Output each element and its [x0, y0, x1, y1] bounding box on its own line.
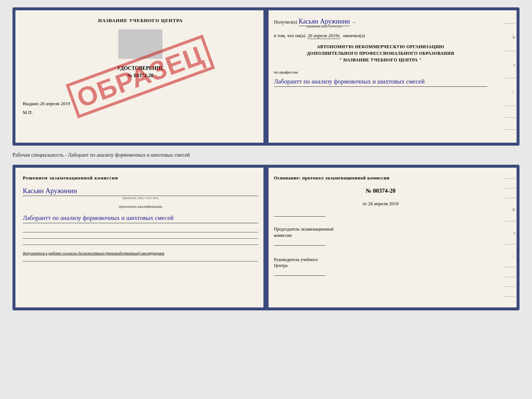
org-line1: АВТОНОМНУЮ НЕКОММЕРЧЕСКУЮ ОРГАНИЗАЦИЮ	[274, 43, 488, 50]
qnb-line-8	[505, 286, 515, 287]
vydano-label: Выдано	[23, 101, 39, 106]
vydano-date: 26 апреля 2019	[40, 101, 70, 106]
qual-qualification-name: Лаборантт по анализу формовочных и шихто…	[23, 213, 258, 223]
nb-arrow: ←	[511, 90, 515, 94]
prof-label: по профессии	[274, 70, 298, 74]
nb-line-2	[505, 51, 515, 51]
cert-gray-photo	[118, 29, 162, 59]
qual-sig-line-2	[274, 245, 326, 246]
qual-left-page: Решением экзаменационной комиссии Касьян…	[15, 168, 267, 307]
qnb-letter-i: И	[513, 208, 515, 212]
profession-name: Лаборантт по анализу формовочных и шихто…	[274, 76, 488, 87]
qnb-letter-a: а	[514, 231, 515, 235]
predsedatel-line1: Председатель экзаменационной	[274, 226, 488, 232]
nb-letter-i: И	[513, 35, 515, 39]
qnb-line-1	[505, 178, 515, 179]
qual-sig-line-1	[274, 216, 326, 217]
specialty-label: Рабочая специальность - Лаборант по анал…	[12, 150, 520, 160]
nb-line-1	[505, 23, 515, 24]
predsedatel-block: Председатель экзаменационной комиссии	[274, 226, 488, 239]
qual-blank-lines	[23, 232, 258, 245]
qnb-line-3	[505, 198, 515, 198]
nb-line-4	[505, 106, 515, 106]
rukovoditel-line2: Центра	[274, 263, 488, 269]
qnb-line-4	[505, 221, 515, 221]
resheniem-label: Решением экзаменационной комиссии	[23, 175, 258, 181]
rukovoditel-block: Руководитель учебного Центра	[274, 257, 488, 269]
qnb-line-6	[505, 267, 515, 267]
dopuskaetsya-block: допускается к работе согласно должностны…	[23, 251, 258, 255]
osnovanie-label: Основание: протокол экзаменационной коми…	[274, 175, 488, 181]
qualification-book-bottom: Решением экзаменационной комиссии Касьян…	[12, 165, 520, 310]
qual-protocol-number: № 00374-20	[274, 188, 488, 194]
prisvoena-label: присвоена квалификация	[23, 204, 258, 209]
profession-block: по профессии Лаборантт по анализу формов…	[274, 69, 488, 87]
qnb-line-2	[505, 188, 515, 189]
dopuskaetsya-prefix: допускается к	[23, 251, 47, 255]
ot-label: от	[363, 201, 367, 206]
qnb-line-5	[505, 244, 515, 245]
qual-line-1	[23, 232, 258, 232]
cert-number: № 00374-20	[23, 73, 258, 79]
predsedatel-line2: комиссии	[274, 232, 488, 239]
cert-vtom-row: в том, что он(а) 26 апреля 2019г. окончи…	[274, 33, 488, 39]
qnb-line-7	[505, 277, 515, 277]
org-block: АВТОНОМНУЮ НЕКОММЕРЧЕСКУЮ ОРГАНИЗАЦИЮ ДО…	[274, 43, 488, 63]
qual-name-block: Касьян Аружинин (фамилия, имя, отчество)	[23, 184, 258, 200]
cert-udost-label: УДОСТОВЕРЕНИЕ	[23, 65, 258, 71]
qual-line-bottom	[23, 261, 258, 261]
cert-left-page: НАЗВАНИЕ УЧЕБНОГО ЦЕНТРА УДОСТОВЕРЕНИЕ №…	[15, 10, 267, 143]
okonchil-text: окончил(а)	[343, 33, 365, 39]
org-line3: " НАЗВАНИЕ УЧЕБНОГО ЦЕНТРА "	[274, 57, 488, 63]
qual-right-spine-decoration: И а ←	[500, 168, 517, 307]
qual-recipient-name: Касьян Аружинин	[23, 187, 258, 196]
qual-ot-date: от 26 апреля 2019	[274, 201, 488, 207]
qual-name-hint: (фамилия, имя, отчество)	[23, 196, 258, 200]
recipient-block: Касьян Аружинин (фамилия, имя, отчество)	[299, 18, 350, 28]
dopuskaetsya-text: работе согласно должностным (производств…	[48, 251, 164, 255]
poluchil-text: Получил(а)	[274, 19, 297, 25]
document-wrapper: НАЗВАНИЕ УЧЕБНОГО ЦЕНТРА УДОСТОВЕРЕНИЕ №…	[12, 7, 520, 310]
vtom-text: в том, что он(а)	[274, 33, 306, 39]
nb-line-3	[505, 78, 515, 78]
dash: –	[353, 19, 356, 25]
nb-letter-a: а	[514, 63, 515, 67]
qnb-line-9	[505, 296, 515, 297]
org-line2: ДОПОЛНИТЕЛЬНОГО ПРОФЕССИОНАЛЬНОГО ОБРАЗО…	[274, 50, 488, 57]
cert-right-page: Получил(а) Касьян Аружинин (фамилия, имя…	[267, 10, 517, 143]
cert-title: НАЗВАНИЕ УЧЕБНОГО ЦЕНТРА	[23, 18, 258, 24]
qual-line-3	[23, 245, 258, 245]
vtom-date: 26 апреля 2019г.	[308, 33, 341, 39]
certificate-book-top: НАЗВАНИЕ УЧЕБНОГО ЦЕНТРА УДОСТОВЕРЕНИЕ №…	[12, 7, 520, 146]
qual-line-2	[23, 238, 258, 239]
qual-right-page: Основание: протокол экзаменационной коми…	[267, 168, 517, 307]
cert-mp: М.П.	[23, 110, 258, 115]
ot-date: 26 апреля 2019	[368, 201, 399, 206]
qual-sig-line-3	[274, 275, 326, 276]
nb-line-5	[505, 117, 515, 118]
qnb-arrow: ←	[511, 254, 515, 258]
cert-poluchil-row: Получил(а) Касьян Аружинин (фамилия, имя…	[274, 18, 488, 28]
rukovoditel-line1: Руководитель учебного	[274, 257, 488, 263]
cert-vydano: Выдано 26 апреля 2019	[23, 101, 258, 107]
right-spine-decoration: И а ←	[500, 10, 517, 143]
nb-line-6	[505, 129, 515, 130]
